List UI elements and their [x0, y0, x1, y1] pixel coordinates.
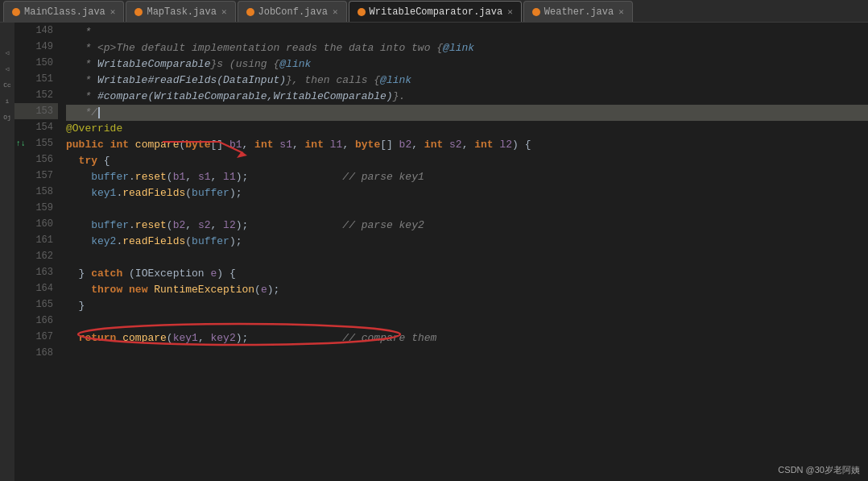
close-icon[interactable]: ✕ [110, 6, 116, 17]
code-text: key1 [173, 330, 198, 346]
code-text [494, 137, 500, 153]
sidebar-icon-1: ◁ [2, 47, 13, 58]
code-text: ); [229, 185, 242, 201]
tab-mainclass[interactable]: MainClass.java ✕ [3, 1, 124, 22]
close-icon[interactable]: ✕ [333, 6, 338, 17]
code-line-161: key2 . readFields ( buffer ); [66, 234, 868, 250]
code-text: key2 [91, 234, 116, 250]
code-text: ( [185, 234, 192, 250]
code-text: , [185, 218, 198, 234]
code-text: byte [185, 137, 210, 153]
code-text: reset [135, 169, 167, 185]
gutter-149 [14, 39, 27, 55]
tab-icon [246, 8, 254, 16]
code-line-156: try { [66, 153, 868, 169]
gutter-158 [14, 184, 27, 200]
code-text: b1 [173, 169, 186, 185]
code-text: , [185, 169, 198, 185]
code-text: @link [380, 73, 411, 89]
code-text: ); [267, 282, 280, 298]
code-text: ) { [512, 137, 531, 153]
gutter-148 [14, 23, 27, 39]
gutter-156 [14, 151, 27, 168]
code-text: ) { [217, 266, 235, 282]
code-text: int [424, 137, 443, 153]
code-text: e [210, 266, 217, 282]
lnum-159: 159 [27, 200, 58, 216]
lnum-166: 166 [27, 313, 58, 329]
tab-label: MainClass.java [24, 6, 105, 18]
code-line-160: buffer . reset ( b2 , s2 , l2 ); // pars… [66, 218, 868, 234]
code-text: b2 [399, 137, 412, 153]
code-text: ( [185, 185, 192, 201]
code-text [324, 137, 330, 153]
code-line-168 [66, 346, 868, 363]
tab-icon [12, 8, 20, 16]
code-text: ( [167, 169, 173, 185]
code-text: compare [122, 330, 167, 346]
code-text: return [79, 330, 117, 346]
close-icon[interactable]: ✕ [221, 6, 227, 17]
tab-label: WritableComparator.java [370, 6, 503, 18]
code-text: @link [279, 56, 311, 73]
code-line-153: */ [66, 105, 868, 121]
tab-weather[interactable]: Weather.java ✕ [523, 1, 633, 22]
tab-maptask[interactable]: MapTask.java ✕ [126, 1, 235, 22]
tab-jobconf[interactable]: JobConf.java ✕ [238, 1, 347, 22]
lnum-152: 152 [27, 87, 58, 103]
code-text: byte [355, 137, 380, 153]
code-text [122, 282, 129, 298]
lnum-163: 163 [27, 264, 58, 280]
gutter-icons: ↑↓ [14, 23, 27, 481]
code-text: ); [236, 218, 343, 234]
watermark: CSDN @30岁老阿姨 [778, 464, 860, 476]
left-sidebar: ◁ ◁ Cc i Oj [0, 23, 14, 481]
lnum-150: 150 [27, 55, 58, 71]
code-text: , [242, 137, 255, 153]
code-text: readFields [122, 185, 185, 201]
code-line-164: throw new RuntimeException ( e ); [66, 282, 868, 298]
code-text: ( [254, 282, 261, 298]
code-text: key2 [210, 330, 235, 346]
code-text: , [292, 137, 305, 153]
code-text: @Override [66, 121, 122, 137]
code-text: * [66, 24, 91, 40]
code-area: * * <p>The default implementation reads … [58, 23, 868, 481]
code-text: } [66, 266, 91, 282]
code-line-165: } [66, 298, 868, 314]
gutter-150 [14, 55, 27, 71]
code-text: ); [236, 330, 343, 346]
close-icon[interactable]: ✕ [618, 6, 624, 17]
code-text: . [129, 169, 135, 185]
tab-icon [358, 8, 366, 16]
code-text [274, 137, 280, 153]
sidebar-icon-3: Cc [2, 79, 13, 90]
code-text: int [254, 137, 273, 153]
lnum-162: 162 [27, 248, 58, 264]
code-text: int [305, 137, 324, 153]
code-text [443, 137, 449, 153]
gutter-157 [14, 168, 27, 184]
code-text: public [66, 137, 104, 153]
code-text [66, 185, 91, 201]
tab-writablecomparator[interactable]: WritableComparator.java ✕ [349, 1, 522, 22]
code-text: // parse key1 [342, 169, 424, 185]
sidebar-icon-5: Oj [2, 111, 13, 122]
close-icon[interactable]: ✕ [507, 6, 513, 17]
code-text: . [116, 234, 122, 250]
gutter-155: ↑↓ [14, 135, 27, 151]
code-text [66, 282, 91, 298]
code-text [66, 330, 79, 346]
code-text: readFields [122, 234, 185, 250]
tab-label: JobConf.java [258, 6, 328, 18]
lnum-158: 158 [27, 184, 58, 200]
code-text: b2 [173, 218, 186, 234]
gutter-168 [14, 345, 27, 361]
editor-wrapper: ↑↓ [14, 23, 868, 481]
code-text: // parse key2 [342, 218, 424, 234]
code-text: ( [179, 137, 185, 153]
code-text: , [211, 218, 224, 234]
code-text: buffer [192, 234, 229, 250]
code-text: * WritableComparable}s (using { [66, 56, 279, 73]
code-text: [] [380, 137, 399, 153]
